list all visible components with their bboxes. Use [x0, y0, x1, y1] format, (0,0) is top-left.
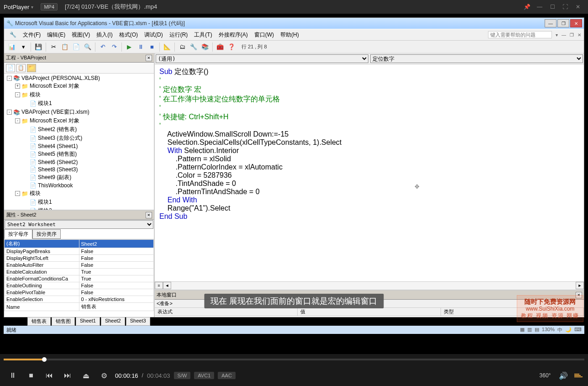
property-value[interactable]: False [79, 262, 154, 269]
tree-node[interactable]: 📄Sheet6 (Sheet2) [5, 159, 153, 166]
locals-col-value[interactable]: 值 [298, 308, 441, 316]
folder-icon[interactable]: 📁 [27, 64, 36, 72]
view-object-icon[interactable]: 📋 [16, 64, 26, 72]
property-row[interactable]: EnableCalculationTrue [5, 269, 154, 275]
tree-toggle-icon[interactable]: - [7, 76, 12, 81]
property-value[interactable]: 销售表 [79, 303, 154, 311]
menu-format[interactable]: 格式(O) [116, 30, 141, 40]
tree-toggle-icon[interactable]: - [15, 92, 20, 97]
sheet-tab[interactable]: 销售表 [27, 317, 51, 326]
code-scrollbar[interactable]: ≡ ◄ ► [155, 281, 584, 290]
view-code-icon[interactable]: 📄 [6, 64, 15, 72]
tree-node[interactable]: 📄ThisWorkbook [5, 182, 153, 189]
props-tab-alpha[interactable]: 按字母序 [4, 229, 32, 239]
sheet-tab[interactable]: 销售图 [52, 317, 75, 326]
tree-node[interactable]: 📄Sheet8 (Sheet3) [5, 166, 153, 173]
close-button[interactable]: ✕ [570, 19, 582, 27]
audio-codec-badge[interactable]: AAC [218, 372, 236, 379]
ime-indicator[interactable]: 中 [557, 327, 562, 333]
property-value[interactable]: Sheet2 [79, 240, 154, 248]
full-module-view-icon[interactable]: ≡ [155, 282, 163, 289]
scroll-right-icon[interactable]: ► [576, 282, 584, 289]
redo-icon[interactable]: ↷ [109, 42, 119, 52]
paste-icon[interactable]: 📄 [71, 42, 81, 52]
tree-node[interactable]: -📁模块 [5, 90, 153, 99]
settings-button[interactable]: ⚙ [97, 368, 111, 383]
next-button[interactable]: ⏭ [60, 368, 75, 383]
tree-node[interactable]: 📄Sheet5 (销售图) [5, 150, 153, 159]
properties-icon[interactable]: 🔧 [189, 42, 199, 52]
run-icon[interactable]: ▶ [124, 42, 134, 52]
prev-button[interactable]: ⏮ [42, 368, 57, 383]
property-value[interactable]: False [79, 255, 154, 262]
object-browser-icon[interactable]: 📚 [200, 42, 210, 52]
restore-inner[interactable]: ❐ [570, 32, 574, 37]
menu-run[interactable]: 运行(R) [167, 30, 191, 40]
close-panel-icon[interactable]: ✕ [146, 55, 152, 61]
fullscreen-icon[interactable]: ⛶ [559, 2, 572, 11]
property-row[interactable]: (名称)Sheet2 [5, 240, 154, 248]
property-value[interactable]: False [79, 248, 154, 255]
sheet-tab[interactable]: Sheet2 [101, 317, 125, 326]
pin-icon[interactable]: 📌 [520, 2, 533, 11]
tree-toggle-icon[interactable]: - [15, 118, 20, 123]
view-break-icon[interactable]: ▤ [535, 327, 539, 333]
seekbar[interactable] [0, 354, 588, 365]
excel-sheet-tabs[interactable]: 销售表销售图Sheet1Sheet2Sheet3 [27, 317, 150, 326]
property-row[interactable]: EnableFormatConditionsCaTrue [5, 275, 154, 282]
props-tab-category[interactable]: 按分类序 [32, 229, 61, 239]
pause-button[interactable]: ⏸ [5, 368, 20, 383]
property-row[interactable]: EnableAutoFilterFalse [5, 262, 154, 269]
volume-level[interactable] [574, 374, 583, 377]
property-value[interactable]: True [79, 275, 154, 282]
tree-node[interactable]: 📄模块1 [5, 99, 153, 108]
menu-view[interactable]: 视图(V) [69, 30, 93, 40]
procedure-view-icon[interactable]: ◄ [163, 282, 171, 289]
menu-icon[interactable]: 🔧 [7, 30, 19, 39]
menu-help[interactable]: 帮助(H) [278, 30, 302, 40]
property-row[interactable]: Name销售表 [5, 303, 154, 311]
close-panel-icon[interactable]: ✕ [146, 212, 152, 218]
menu-tools[interactable]: 工具(T) [191, 30, 215, 40]
properties-grid[interactable]: (名称)Sheet2DisplayPageBreaksFalseDisplayR… [4, 239, 154, 317]
property-row[interactable]: EnablePivotTableFalse [5, 289, 154, 296]
chevron-down-icon[interactable]: ▾ [31, 5, 33, 10]
menu-window[interactable]: 窗口(W) [252, 30, 277, 40]
project-explorer-icon[interactable]: 🗂 [177, 42, 187, 52]
render-mode-badge[interactable]: S/W [174, 372, 191, 379]
tree-node[interactable]: 📄Sheet9 (副表) [5, 173, 153, 182]
tree-node[interactable]: 📄Sheet4 (Sheet1) [5, 143, 153, 150]
tree-node[interactable]: +📁Microsoft Excel 对象 [5, 82, 153, 90]
360-mode[interactable]: 360° [538, 368, 552, 383]
menu-edit[interactable]: 编辑(E) [44, 30, 68, 40]
potplayer-logo[interactable]: PotPlayer [4, 4, 29, 11]
break-icon[interactable]: ⏸ [136, 42, 146, 52]
toolbox-icon[interactable]: 🧰 [215, 42, 225, 52]
dropdown-icon[interactable]: ▾ [18, 42, 28, 52]
view-layout-icon[interactable]: ▥ [527, 327, 532, 333]
zoom-level[interactable]: 130% [542, 327, 555, 333]
video-codec-badge[interactable]: AVC1 [194, 372, 214, 379]
code-editor[interactable]: Sub 定位数字()'' 定位数字 宏' 在工作薄中快速定位纯数字的单元格'' … [155, 64, 584, 281]
sheet-tab[interactable]: Sheet3 [126, 317, 150, 326]
tree-toggle-icon[interactable]: + [15, 84, 20, 89]
code-object-dropdown[interactable]: (通用) [156, 54, 368, 63]
menu-addins[interactable]: 外接程序(A) [216, 30, 251, 40]
keyboard-icon[interactable]: ⌨ [574, 327, 582, 333]
reset-icon[interactable]: ■ [147, 42, 157, 52]
tree-node[interactable]: 📄模块1 [5, 198, 153, 206]
props-object-combo[interactable]: Sheet2 Worksheet [5, 220, 153, 229]
design-mode-icon[interactable]: 📐 [162, 42, 172, 52]
project-tree[interactable]: -📚VBAProject (PERSONAL.XLSB)+📁Microsoft … [4, 74, 154, 210]
property-row[interactable]: EnableOutliningFalse [5, 282, 154, 289]
vbe-titlebar[interactable]: 🔧 Microsoft Visual Basic for Application… [4, 18, 584, 29]
close-inner[interactable]: ✕ [578, 32, 581, 37]
save-icon[interactable]: 💾 [33, 42, 43, 52]
find-icon[interactable]: 🔍 [83, 42, 93, 52]
menu-file[interactable]: 文件(F) [20, 30, 43, 40]
locals-col-expr[interactable]: 表达式 [155, 308, 298, 316]
tree-toggle-icon[interactable]: - [7, 110, 12, 115]
tree-node[interactable]: 📄Sheet2 (销售表) [5, 125, 153, 134]
restore-button[interactable]: ❐ [557, 19, 569, 27]
volume-icon[interactable]: 🔊 [556, 368, 571, 383]
